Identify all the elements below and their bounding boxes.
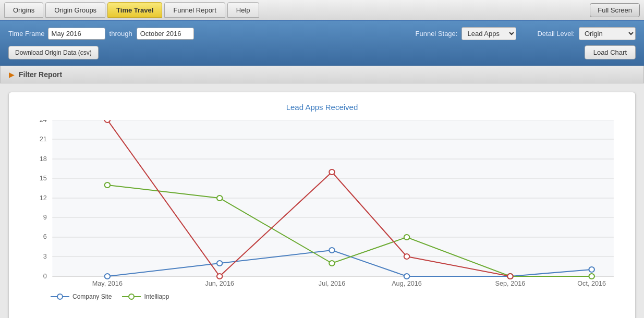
svg-point-46 [105,120,111,123]
svg-text:0: 0 [43,273,47,280]
filter-arrow-icon: ▶ [9,70,15,79]
filter-bar[interactable]: ▶ Filter Report [0,66,644,83]
svg-point-45 [589,274,594,279]
chart-svg: 0 3 6 9 12 15 18 21 24 May, 2016 Jun, 20… [19,120,625,287]
funnel-stage-select[interactable]: Lead Apps Applications Interviews Offers [461,27,516,40]
svg-point-40 [105,182,111,188]
svg-text:12: 12 [40,194,47,202]
svg-text:Oct, 2016: Oct, 2016 [577,280,606,287]
funnel-stage-group: Funnel Stage: Lead Apps Applications Int… [416,27,517,40]
chart-title: Lead Apps Received [19,103,625,112]
header-row1: Time Frame through Funnel Stage: Lead Ap… [8,27,636,40]
svg-point-49 [404,254,410,259]
filter-label: Filter Report [19,70,62,79]
svg-text:Sep, 2016: Sep, 2016 [495,280,526,287]
tab-origins[interactable]: Origins [4,2,43,18]
tab-origin-groups[interactable]: Origin Groups [45,2,105,18]
svg-text:Aug, 2016: Aug, 2016 [392,280,422,287]
time-frame-label: Time Frame [8,30,45,38]
chart-container: Lead Apps Received [8,92,636,318]
to-date-input[interactable] [137,28,194,40]
svg-text:9: 9 [43,214,47,221]
legend-company-site-label: Company Site [72,293,112,300]
svg-point-50 [507,274,513,279]
svg-point-41 [217,195,223,201]
chart-legend: Company Site Intelliapp [19,293,625,300]
svg-point-42 [329,261,335,266]
svg-text:21: 21 [40,136,47,143]
svg-point-36 [329,248,335,253]
detail-level-select[interactable]: Origin Origin Group [579,27,636,40]
through-label: through [110,30,132,38]
top-nav: Origins Origin Groups Time Travel Funnel… [0,0,644,21]
detail-level-group: Detail Level: Origin Origin Group [537,27,636,40]
svg-point-52 [57,294,63,299]
svg-text:May, 2016: May, 2016 [92,280,123,287]
full-screen-button[interactable]: Full Screen [590,3,640,17]
svg-text:18: 18 [40,155,47,163]
svg-point-35 [217,261,223,266]
detail-level-label: Detail Level: [537,30,575,38]
from-date-input[interactable] [48,28,105,40]
svg-text:Jul, 2016: Jul, 2016 [319,280,346,287]
svg-point-34 [105,274,111,279]
chart-area: 0 3 6 9 12 15 18 21 24 May, 2016 Jun, 20… [19,120,625,287]
svg-point-54 [129,294,134,299]
load-chart-button[interactable]: Load Chart [585,45,636,59]
svg-point-48 [329,169,335,175]
svg-point-37 [404,274,410,279]
tab-time-travel[interactable]: Time Travel [107,2,162,18]
legend-intelliapp: Intelliapp [122,293,169,300]
legend-company-site: Company Site [51,293,112,300]
svg-point-47 [217,274,223,279]
svg-point-39 [589,267,594,272]
svg-text:3: 3 [43,253,47,260]
tab-funnel-report[interactable]: Funnel Report [164,2,225,18]
legend-intelliapp-label: Intelliapp [144,293,169,300]
tab-help[interactable]: Help [227,2,259,18]
header-panel: Time Frame through Funnel Stage: Lead Ap… [0,21,644,66]
svg-point-43 [404,235,410,240]
header-row2: Download Origin Data (csv) Load Chart [8,45,636,59]
svg-text:Jun, 2016: Jun, 2016 [205,280,234,287]
funnel-stage-label: Funnel Stage: [416,30,458,38]
svg-text:24: 24 [40,120,47,124]
svg-text:15: 15 [40,175,47,182]
download-button[interactable]: Download Origin Data (csv) [8,46,99,59]
svg-text:6: 6 [43,233,47,240]
